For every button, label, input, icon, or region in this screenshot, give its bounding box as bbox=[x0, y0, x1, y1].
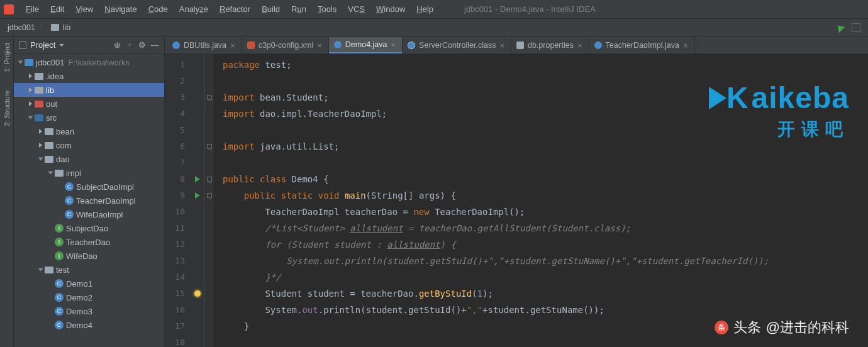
tree-arrow-icon[interactable] bbox=[28, 116, 33, 119]
menu-file[interactable]: File bbox=[20, 2, 45, 16]
menu-navigate[interactable]: Navigate bbox=[99, 2, 142, 16]
tree-row[interactable]: jdbc001F:\kaikeba\works bbox=[14, 55, 164, 69]
tree-row[interactable]: dao bbox=[14, 152, 164, 166]
project-panel-title[interactable]: Project bbox=[30, 40, 55, 50]
fold-icon[interactable] bbox=[207, 95, 212, 100]
tree-arrow-icon[interactable] bbox=[39, 143, 42, 148]
tool-project-tab[interactable]: 1: Project bbox=[3, 43, 11, 72]
app-icon bbox=[4, 4, 14, 14]
tree-row[interactable]: CDemo1 bbox=[14, 277, 164, 290]
editor-tab[interactable]: c3p0-config.xml× bbox=[242, 37, 329, 53]
editor-tab[interactable]: db.properties× bbox=[511, 37, 589, 53]
gear-icon[interactable]: ⚙ bbox=[138, 41, 147, 50]
navigation-bar: jdbc001 〉 lib bbox=[0, 19, 868, 36]
menu-window[interactable]: Window bbox=[370, 2, 411, 16]
editor-tab[interactable]: ServerController.class× bbox=[403, 37, 511, 53]
fold-icon[interactable] bbox=[207, 177, 212, 182]
tree-arrow-icon[interactable] bbox=[18, 61, 23, 64]
folder-icon bbox=[55, 170, 64, 177]
menu-edit[interactable]: Edit bbox=[45, 2, 70, 16]
toutiao-icon: 条 bbox=[715, 321, 728, 334]
tree-row[interactable]: CDemo2 bbox=[14, 290, 164, 304]
tree-arrow-icon[interactable] bbox=[38, 158, 43, 161]
fold-gutter bbox=[205, 54, 214, 347]
tree-row[interactable]: .idea bbox=[14, 69, 164, 83]
editor-tab[interactable]: TeacherDaoImpl.java× bbox=[589, 37, 695, 53]
line-number: 15 bbox=[165, 285, 185, 302]
close-icon[interactable]: × bbox=[577, 41, 582, 50]
menu-code[interactable]: Code bbox=[143, 2, 174, 16]
line-number: 13 bbox=[165, 253, 185, 269]
menu-refactor[interactable]: Refactor bbox=[214, 2, 256, 16]
tree-item-label: SubjectDao bbox=[66, 224, 108, 233]
collapse-icon[interactable]: ÷ bbox=[125, 41, 134, 50]
project-view-icon bbox=[19, 41, 26, 49]
tree-item-label: jdbc001F:\kaikeba\works bbox=[36, 58, 130, 67]
bulb-gutter-icon[interactable] bbox=[194, 290, 201, 297]
close-icon[interactable]: × bbox=[683, 41, 688, 50]
tree-row[interactable]: test bbox=[14, 263, 164, 277]
nav-tool-icon[interactable] bbox=[852, 23, 860, 32]
tool-structure-tab[interactable]: 2: Structure bbox=[3, 91, 11, 126]
menu-vcs[interactable]: VCS bbox=[342, 2, 370, 16]
close-icon[interactable]: × bbox=[317, 41, 322, 50]
menu-help[interactable]: Help bbox=[411, 2, 439, 16]
breadcrumb[interactable]: jdbc001 〉 lib bbox=[8, 22, 70, 33]
line-number: 12 bbox=[165, 236, 185, 253]
breadcrumb-project[interactable]: jdbc001 bbox=[8, 23, 35, 32]
tree-arrow-icon[interactable] bbox=[48, 172, 53, 175]
menu-build[interactable]: Build bbox=[256, 2, 286, 16]
tree-row[interactable]: bean bbox=[14, 124, 164, 138]
tree-row[interactable]: CWifeDaoImpl bbox=[14, 207, 164, 221]
tree-item-label: com bbox=[56, 141, 72, 150]
tab-label: ServerController.class bbox=[419, 41, 496, 50]
tree-row[interactable]: CSubjectDaoImpl bbox=[14, 180, 164, 194]
line-number: 1 bbox=[165, 57, 185, 73]
tree-item-label: TeacherDao bbox=[66, 238, 110, 247]
hide-icon[interactable]: — bbox=[150, 41, 159, 50]
tree-row[interactable]: com bbox=[14, 138, 164, 152]
tree-item-path: F:\kaikeba\works bbox=[69, 58, 130, 67]
chevron-down-icon[interactable] bbox=[59, 44, 64, 47]
tree-item-label: TeacherDaoImpl bbox=[76, 196, 136, 206]
tree-row[interactable]: CTeacherDaoImpl bbox=[14, 194, 164, 207]
menu-tools[interactable]: Tools bbox=[312, 2, 342, 16]
folder-icon bbox=[45, 156, 53, 163]
build-icon[interactable] bbox=[835, 22, 845, 33]
menu-view[interactable]: View bbox=[70, 2, 99, 16]
close-icon[interactable]: × bbox=[499, 41, 504, 50]
tree-row[interactable]: src bbox=[14, 111, 164, 124]
editor-area: DBUtils.java×c3p0-config.xml×Demo4.java×… bbox=[165, 36, 868, 347]
class-icon: C bbox=[55, 307, 64, 316]
tree-row[interactable]: impl bbox=[14, 166, 164, 180]
tree-arrow-icon[interactable] bbox=[29, 101, 32, 106]
tree-arrow-icon[interactable] bbox=[38, 268, 43, 272]
tree-row[interactable]: IWifeDao bbox=[14, 249, 164, 263]
tree-arrow-icon[interactable] bbox=[39, 129, 42, 134]
menu-analyze[interactable]: Analyze bbox=[174, 2, 214, 16]
class-icon: C bbox=[55, 293, 64, 302]
target-icon[interactable]: ⊕ bbox=[113, 41, 121, 50]
close-icon[interactable]: × bbox=[230, 41, 235, 50]
breadcrumb-folder[interactable]: lib bbox=[63, 23, 71, 32]
run-gutter-icon[interactable] bbox=[195, 176, 200, 182]
tree-arrow-icon[interactable] bbox=[29, 87, 32, 92]
line-numbers-gutter: 123456789101112131415161718 bbox=[165, 54, 190, 347]
tree-arrow-icon[interactable] bbox=[29, 74, 32, 79]
tree-row[interactable]: ISubjectDao bbox=[14, 221, 164, 235]
close-icon[interactable]: × bbox=[391, 40, 396, 50]
run-gutter-icon[interactable] bbox=[195, 192, 200, 199]
tree-row[interactable]: CDemo4 bbox=[14, 318, 164, 332]
fold-icon[interactable] bbox=[207, 193, 212, 198]
fold-icon[interactable] bbox=[207, 144, 212, 149]
tree-row[interactable]: CDemo3 bbox=[14, 304, 164, 318]
tree-row[interactable]: ITeacherDao bbox=[14, 235, 164, 249]
editor-tab[interactable]: Demo4.java× bbox=[329, 37, 403, 53]
project-tree[interactable]: jdbc001F:\kaikeba\works.idealiboutsrcbea… bbox=[14, 54, 164, 347]
tree-item-label: SubjectDaoImpl bbox=[76, 182, 134, 192]
tree-row[interactable]: lib bbox=[14, 83, 164, 97]
menu-run[interactable]: Run bbox=[286, 2, 312, 16]
tree-row[interactable]: out bbox=[14, 97, 164, 111]
line-number: 10 bbox=[165, 204, 185, 220]
editor-tab[interactable]: DBUtils.java× bbox=[167, 37, 242, 53]
